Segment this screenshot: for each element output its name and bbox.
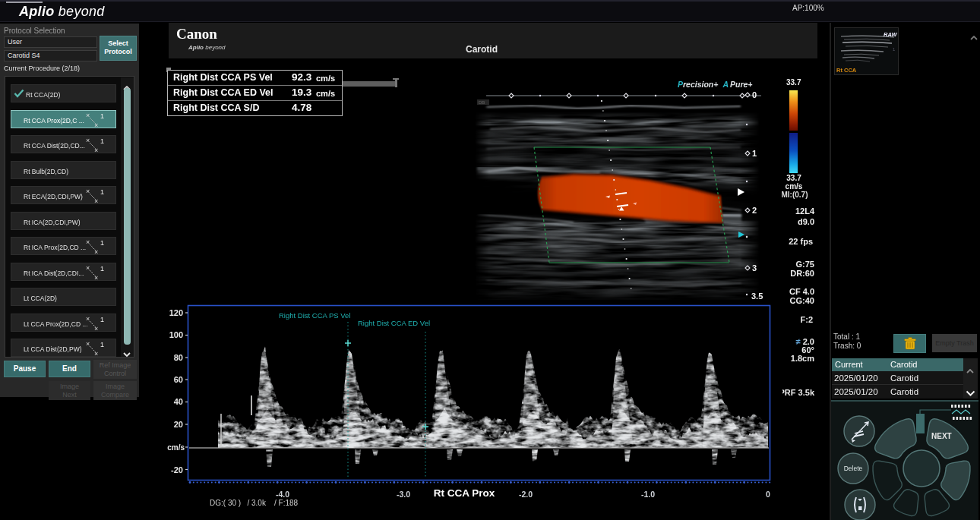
svg-text:3: 3 bbox=[752, 263, 757, 273]
svg-text:-20: -20 bbox=[171, 465, 183, 474]
svg-text:60: 60 bbox=[174, 375, 183, 384]
svg-text:-1.0: -1.0 bbox=[641, 490, 655, 499]
svg-text:×: × bbox=[94, 121, 98, 128]
svg-text:-4.0: -4.0 bbox=[276, 490, 289, 499]
svg-text:1: 1 bbox=[100, 341, 104, 348]
svg-text:1: 1 bbox=[752, 149, 757, 158]
svg-text:×: × bbox=[86, 137, 90, 144]
svg-text:1: 1 bbox=[100, 112, 104, 120]
svg-text:-2.0: -2.0 bbox=[519, 490, 533, 499]
svg-text:Right Dist CCA ED Vel: Right Dist CCA ED Vel bbox=[358, 319, 430, 327]
svg-text:Rt CCA Prox: Rt CCA Prox bbox=[434, 487, 495, 499]
svg-text:-3.0: -3.0 bbox=[397, 490, 410, 499]
svg-text:80: 80 bbox=[174, 353, 183, 362]
svg-text:×: × bbox=[86, 315, 90, 323]
svg-text:120: 120 bbox=[169, 308, 183, 317]
svg-text:Precision+APure+: Precision+APure+ bbox=[678, 80, 753, 89]
svg-text:1: 1 bbox=[100, 239, 104, 247]
svg-text:1: 1 bbox=[100, 137, 104, 145]
svg-text:Right Dist CCA PS Vel: Right Dist CCA PS Vel bbox=[279, 311, 351, 320]
svg-text:Delete: Delete bbox=[844, 465, 863, 472]
svg-text:×: × bbox=[86, 238, 90, 246]
svg-text:×: × bbox=[86, 340, 90, 348]
svg-text:×: × bbox=[86, 188, 90, 195]
svg-text:0: 0 bbox=[766, 490, 770, 499]
svg-text:×: × bbox=[94, 325, 98, 332]
svg-text:cm/s: cm/s bbox=[167, 443, 185, 452]
svg-text:×: × bbox=[86, 264, 90, 272]
svg-text:100: 100 bbox=[169, 330, 183, 339]
svg-text:×: × bbox=[94, 147, 98, 153]
svg-text:20: 20 bbox=[174, 420, 183, 429]
svg-text:NEXT: NEXT bbox=[931, 432, 952, 440]
svg-text:40: 40 bbox=[174, 397, 183, 406]
svg-text:RAW: RAW bbox=[884, 31, 897, 38]
svg-text:0: 0 bbox=[752, 90, 757, 99]
svg-text:×: × bbox=[94, 350, 98, 357]
svg-text:×: × bbox=[94, 274, 98, 281]
svg-text:1: 1 bbox=[100, 316, 104, 323]
svg-text:2: 2 bbox=[752, 206, 757, 215]
svg-text:DB: DB bbox=[479, 100, 485, 105]
svg-text:1: 1 bbox=[100, 188, 104, 196]
svg-text:Rt CCA: Rt CCA bbox=[836, 67, 857, 74]
svg-text:×: × bbox=[94, 248, 98, 255]
svg-text:×: × bbox=[94, 197, 98, 204]
svg-text:1: 1 bbox=[100, 265, 104, 273]
svg-text:×: × bbox=[86, 112, 90, 119]
